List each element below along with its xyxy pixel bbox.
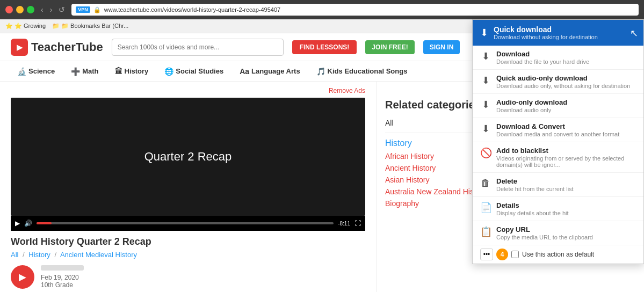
star-icon: ⭐ [5,23,13,30]
address-bar[interactable]: VPN 🔒 www.teachertube.com/videos/world-h… [71,4,639,16]
delete-desc: Delete hit from the current list [496,186,636,192]
breadcrumb-category[interactable]: Ancient Medieval History [60,251,137,259]
volume-button[interactable]: 🔊 [24,220,32,227]
history-icon: 🏛 [115,67,122,76]
default-action-checkbox[interactable] [511,251,519,258]
quick-audio-title: Quick audio-only download [496,74,636,82]
bookmark-folder[interactable]: 📁 📁 Bookmarks Bar (Chr... [52,23,128,30]
progress-fill [37,222,52,224]
forward-button[interactable]: › [48,4,55,15]
nav-math-label: Math [82,67,98,75]
audio-only-icon: ⬇ [480,99,491,111]
download-desc: Download the file to your hard drive [496,59,636,65]
nav-math[interactable]: ➕ Math [64,64,105,79]
channel-info: ▶ Feb 19, 2020 10th Grade 559 views [11,265,365,292]
download-popup: ⬇ Quick download Download without asking… [472,19,644,264]
folder-icon: 📁 [52,23,60,30]
popup-item-details-text: Details Display details about the hit [496,201,636,216]
channel-bar-placeholder [41,265,84,271]
popup-item-download-convert[interactable]: ⬇ Download & Convert Download media and … [473,118,643,142]
popup-item-quick-audio[interactable]: ⬇ Quick audio-only download Download aud… [473,70,643,94]
nav-social-studies-label: Social Studies [176,67,223,75]
minimize-button[interactable] [16,6,24,13]
nav-language-arts[interactable]: Aa Language Arts [233,64,306,79]
math-icon: ➕ [71,67,80,76]
nav-history[interactable]: 🏛 History [108,64,155,79]
popup-header-text: Quick download Download without asking f… [494,25,636,40]
close-button[interactable] [5,6,13,13]
channel-grade: 10th Grade [41,281,365,289]
popup-item-details[interactable]: 📄 Details Display details about the hit [473,197,643,221]
quick-audio-icon: ⬇ [480,75,491,86]
window-controls [5,6,34,13]
breadcrumb-history[interactable]: History [28,251,50,259]
sign-in-button[interactable]: SIGN IN [423,40,460,54]
breadcrumb-all[interactable]: All [11,251,18,259]
nav-arrows: ‹ › ↺ [39,4,67,15]
popup-item-audio-only-text: Audio-only download Download audio only [496,98,636,113]
download-icon: ⬇ [480,50,491,62]
popup-title: Quick download [494,25,636,34]
reload-button[interactable]: ↺ [56,4,67,15]
social-studies-icon: 🌐 [164,67,173,76]
popup-nav-buttons: ••• 4 [480,249,508,260]
science-icon: 🔬 [17,67,26,76]
channel-play-icon: ▶ [19,271,26,283]
breadcrumb-sep1: / [23,251,25,259]
search-input[interactable] [112,39,284,56]
quick-audio-desc: Download audio only, without asking for … [496,83,636,89]
fullscreen-button[interactable]: ⛶ [354,220,361,227]
progress-bar[interactable] [37,222,334,224]
popup-more-button[interactable]: ••• [480,249,493,260]
play-button[interactable]: ▶ [15,220,20,227]
channel-date: Feb 19, 2020 [41,274,365,281]
video-controls: ▶ 🔊 -8:11 ⛶ [11,216,365,231]
bookmark-folder-label: 📁 Bookmarks Bar (Chr... [61,23,128,30]
blacklist-icon: 🚫 [480,147,491,159]
audio-only-desc: Download audio only [496,107,636,113]
nav-science[interactable]: 🔬 Science [11,64,61,79]
channel-meta: Feb 19, 2020 10th Grade 559 views [41,265,365,292]
back-button[interactable]: ‹ [39,4,46,15]
browser-chrome: ‹ › ↺ VPN 🔒 www.teachertube.com/videos/w… [0,0,644,19]
join-free-button[interactable]: JOIN FREE! [365,40,414,54]
popup-item-download[interactable]: ⬇ Download Download the file to your har… [473,46,643,70]
nav-language-arts-label: Language Arts [251,67,300,75]
details-icon: 📄 [480,202,491,214]
nav-social-studies[interactable]: 🌐 Social Studies [158,64,230,79]
popup-item-copy-url[interactable]: 📋 Copy URL Copy the media URL to the cli… [473,221,643,245]
video-title: World History Quarter 2 Recap [11,236,365,247]
video-title-overlay: Quarter 2 Recap [144,150,232,164]
vpn-badge: VPN [76,6,90,13]
video-section: Remove Ads Quarter 2 Recap ▶ 🔊 -8:11 ⛶ W… [0,82,376,292]
popup-subtitle: Download without asking for destination [494,34,636,40]
popup-item-blacklist[interactable]: 🚫 Add to blacklist Videos originating fr… [473,142,643,173]
copy-url-desc: Copy the media URL to the clipboard [496,234,636,240]
remove-ads-top-link[interactable]: Remove Ads [11,87,365,94]
download-title: Download [496,50,636,58]
maximize-button[interactable] [27,6,34,13]
popup-item-download-text: Download Download the file to your hard … [496,50,636,65]
breadcrumb: All / History / Ancient Medieval History [11,251,365,259]
popup-bottom-bar: ••• 4 Use this action as default [473,245,643,264]
download-convert-desc: Download media and convert to another fo… [496,131,636,137]
video-player[interactable]: Quarter 2 Recap [11,98,365,216]
details-desc: Display details about the hit [496,210,636,216]
delete-title: Delete [496,177,636,185]
delete-icon: 🗑 [480,178,491,189]
time-display: -8:11 [338,221,350,227]
nav-science-label: Science [28,67,55,75]
copy-url-icon: 📋 [480,226,491,238]
lock-icon: 🔒 [93,6,101,13]
nav-kids-songs[interactable]: 🎵 Kids Educational Songs [310,64,414,79]
bookmark-growing[interactable]: ⭐ ⭐ Growing [5,23,46,30]
popup-item-convert-text: Download & Convert Download media and co… [496,122,636,137]
popup-item-audio-only[interactable]: ⬇ Audio-only download Download audio onl… [473,94,643,118]
find-lessons-button[interactable]: FIND LESSONS! [292,40,357,54]
blacklist-title: Add to blacklist [496,147,636,155]
popup-item-delete[interactable]: 🗑 Delete Delete hit from the current lis… [473,173,643,197]
nav-kids-songs-label: Kids Educational Songs [328,67,408,75]
logo-play-icon [11,39,28,56]
popup-item-quick-audio-text: Quick audio-only download Download audio… [496,74,636,89]
quick-download-icon: ⬇ [480,27,488,39]
